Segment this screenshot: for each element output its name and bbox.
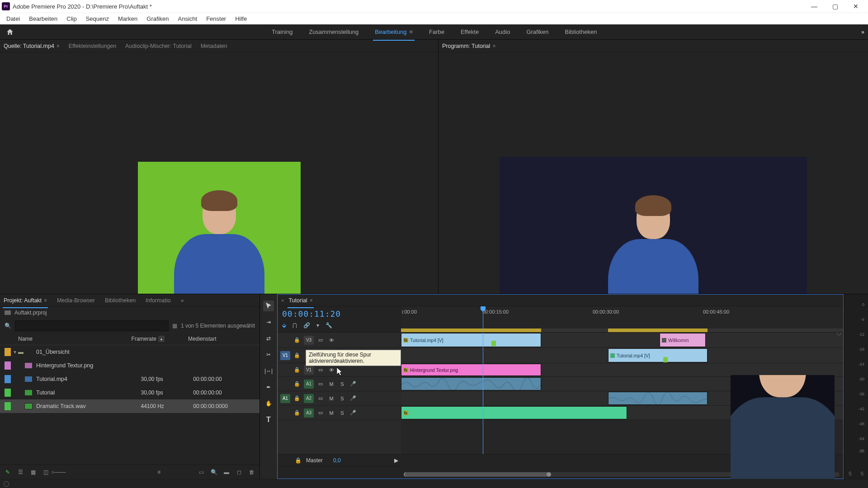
filter-bin-icon[interactable]: ▦ [172, 323, 177, 329]
clip-tutorial-v2[interactable]: Tutorial.mp4 [V] [608, 348, 708, 362]
selection-tool[interactable] [263, 300, 274, 311]
mute-button[interactable]: M [327, 410, 335, 416]
workspace-zusammenstellung[interactable]: Zusammenstellung [307, 26, 360, 38]
tab-menu-icon[interactable]: ≡ [57, 43, 60, 48]
close-button[interactable]: ✕ [845, 0, 866, 13]
tab-sequence[interactable]: Tutorial≡ [288, 296, 313, 305]
tab-project[interactable]: Projekt: Auftakt≡ [3, 296, 48, 305]
column-framerate[interactable]: Framerate ▲ [132, 336, 188, 342]
project-row-image[interactable]: Hintergrund Textur.png [0, 359, 259, 372]
column-name[interactable]: Name [5, 336, 132, 342]
ripple-edit-tool[interactable]: ⇄ [263, 333, 274, 344]
track-select-tool[interactable]: ⇥ [263, 317, 274, 328]
tab-effect-controls[interactable]: Effekteinstellungen [68, 41, 117, 51]
zoom-slider-icon[interactable]: ○─── [54, 469, 62, 476]
toggle-output-icon[interactable]: 👁 [327, 338, 335, 343]
voice-over-icon[interactable]: 🎤 [349, 395, 357, 401]
clip-audio-a1[interactable] [401, 377, 541, 390]
solo-button[interactable]: S [338, 410, 346, 416]
clip-tutorial-v3[interactable]: fx Tutorial.mp4 [V] [401, 333, 541, 347]
menu-grafiken[interactable]: Grafiken [142, 14, 173, 24]
playhead[interactable] [483, 306, 483, 332]
lock-icon[interactable]: 🔒 [293, 410, 301, 416]
menu-sequenz[interactable]: Sequenz [81, 14, 113, 24]
lock-icon[interactable]: 🔒 [293, 367, 301, 373]
workspace-menu-icon[interactable]: ≡ [409, 28, 413, 35]
insert-mode-icon[interactable]: ⬙ [282, 322, 286, 328]
sort-icons-icon[interactable]: ≡ [155, 469, 163, 476]
pen-tool[interactable]: ✒ [263, 382, 274, 393]
project-row-bin[interactable]: ▾▬ 01_Übersicht [0, 345, 259, 359]
freeform-view-icon[interactable]: ◫ [42, 469, 50, 476]
workspace-farbe[interactable]: Farbe [427, 26, 446, 38]
disclosure-icon[interactable]: ▾ [14, 349, 16, 355]
master-value[interactable]: 0,0 [333, 457, 341, 464]
icon-view-icon[interactable]: ▦ [29, 469, 37, 476]
tab-menu-icon[interactable]: ≡ [310, 298, 313, 303]
project-row-sequence[interactable]: Tutorial 30,00 fps 00:00:00:00 [0, 386, 259, 399]
menu-marken[interactable]: Marken [113, 14, 142, 24]
project-row-audio[interactable]: Dramatic Track.wav 44100 Hz 00:00:00:000… [0, 399, 259, 413]
linked-selection-icon[interactable]: 🔗 [303, 322, 310, 328]
project-row-video[interactable]: Tutorial.mp4 30,00 fps 00:00:00:00 [0, 372, 259, 386]
timeline-ruler[interactable]: i:00:00 00:00:15:00 00:00:30:00 00:00:45… [401, 306, 843, 332]
track-target-a1[interactable]: A1 [304, 380, 314, 389]
mute-button[interactable]: M [327, 381, 335, 387]
track-header-v2[interactable]: V1 🔒 V Zielführung für diese Spur aktivi… [278, 348, 401, 363]
minimize-button[interactable]: — [804, 0, 825, 13]
solo-button[interactable]: S [338, 396, 346, 401]
timeline-settings-icon[interactable]: 🔧 [326, 322, 332, 328]
list-view-icon[interactable]: ☰ [16, 469, 24, 476]
tab-menu-icon[interactable]: ≡ [493, 43, 495, 48]
slip-tool[interactable]: |↔| [263, 366, 274, 376]
solo-right[interactable]: S [860, 471, 863, 476]
tab-overflow-icon[interactable]: » [180, 296, 185, 305]
menu-fenster[interactable]: Fenster [202, 14, 231, 24]
tab-libraries[interactable]: Bibliotheken [104, 296, 137, 305]
lock-icon[interactable]: 🔒 [293, 352, 301, 358]
timeline-timecode[interactable]: 00:00:11:20 [282, 309, 396, 319]
tab-audio-clip-mixer[interactable]: Audioclip-Mischer: Tutorial [124, 41, 193, 51]
lock-icon[interactable]: 🔒 [293, 381, 301, 387]
track-target-a2[interactable]: A2 [304, 394, 314, 403]
master-track-header[interactable]: 🔒 Master 0,0 ▶ [278, 455, 401, 466]
workspace-bibliotheken[interactable]: Bibliotheken [563, 26, 599, 38]
lock-icon[interactable]: 🔒 [295, 457, 302, 464]
razor-tool[interactable]: ✂ [263, 349, 274, 360]
clip-marker[interactable] [663, 357, 668, 362]
master-output-icon[interactable]: ▶ [394, 457, 398, 464]
maximize-button[interactable]: ▢ [825, 0, 845, 13]
sync-lock-icon[interactable]: ▭ [316, 410, 325, 416]
track-header-v3[interactable]: 🔒 V3 ▭ 👁 [278, 333, 401, 348]
lock-icon[interactable]: 🔒 [293, 395, 301, 401]
new-item-icon[interactable]: ◻ [235, 469, 243, 476]
source-patch-v1[interactable]: V1 [280, 351, 290, 360]
solo-left[interactable]: S [849, 471, 852, 476]
sort-asc-icon[interactable]: ▲ [158, 336, 165, 342]
menu-clip[interactable]: Clip [62, 14, 81, 24]
type-tool[interactable]: T [263, 414, 274, 425]
tab-media-browser[interactable]: Media-Browser [56, 296, 96, 305]
sync-lock-icon[interactable]: ▭ [316, 337, 325, 343]
track-target-v3[interactable]: V3 [304, 336, 314, 345]
close-sequence-icon[interactable]: × [281, 298, 284, 303]
voice-over-icon[interactable]: 🎤 [349, 381, 357, 387]
marker-icon[interactable]: ▾ [316, 322, 319, 328]
hand-tool[interactable]: ✋ [263, 398, 274, 409]
solo-button[interactable]: S [338, 381, 346, 387]
workspace-grafiken[interactable]: Grafiken [524, 26, 550, 38]
menu-hilfe[interactable]: Hilfe [231, 14, 251, 24]
tab-source[interactable]: Quelle: Tutorial.mp4≡ [3, 41, 61, 51]
clip-marker[interactable] [491, 341, 496, 346]
menu-bearbeiten[interactable]: Bearbeiten [24, 14, 62, 24]
sync-lock-icon[interactable]: ▭ [316, 381, 325, 387]
mute-button[interactable]: M [327, 396, 335, 401]
menu-ansicht[interactable]: Ansicht [173, 14, 202, 24]
tab-metadata[interactable]: Metadaten [200, 41, 228, 51]
project-search-input[interactable] [15, 320, 169, 331]
sync-lock-icon[interactable]: ▭ [316, 367, 325, 373]
workspace-effekte[interactable]: Effekte [459, 26, 481, 38]
delete-icon[interactable]: 🗑 [248, 469, 256, 476]
home-button[interactable] [4, 26, 16, 38]
clip-audio-a2[interactable] [608, 392, 708, 405]
